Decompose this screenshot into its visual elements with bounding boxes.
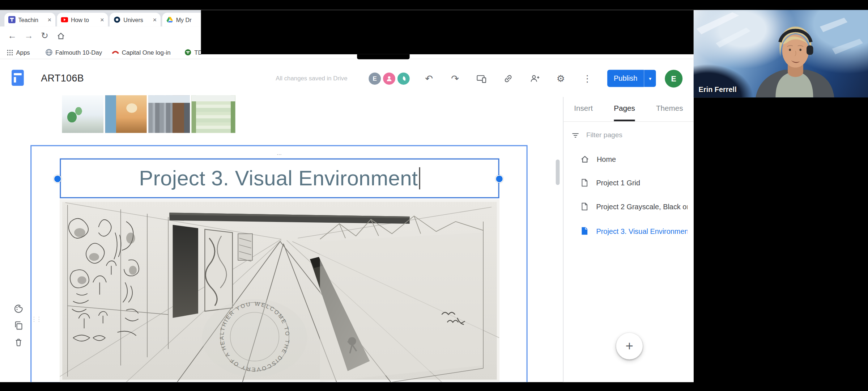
- text-cursor: [419, 167, 420, 189]
- bookmark-td[interactable]: TD: [184, 48, 203, 57]
- globe-icon: [46, 49, 53, 56]
- drive-tab-icon: [166, 16, 173, 23]
- screenshare-blackout-notch: [357, 54, 409, 59]
- page-icon: [580, 178, 589, 187]
- sites-editor-header: ART106B All changes saved in Drive E ↶ ↷…: [0, 59, 694, 97]
- image-thumbnail-interior[interactable]: [62, 95, 103, 133]
- duplicate-section-icon[interactable]: [12, 319, 25, 332]
- tab-themes[interactable]: Themes: [656, 97, 683, 121]
- browser-tab-3[interactable]: Univers ×: [110, 13, 161, 26]
- webcam-figure: [694, 10, 868, 98]
- forward-icon[interactable]: →: [24, 30, 33, 42]
- collaborator-avatar: [382, 71, 396, 86]
- filter-pages-input[interactable]: [585, 131, 671, 139]
- home-icon[interactable]: [56, 31, 65, 40]
- share-add-people-icon[interactable]: [527, 71, 542, 87]
- delete-section-icon[interactable]: [12, 335, 25, 348]
- settings-gear-icon[interactable]: ⚙: [553, 71, 569, 87]
- section-background-palette-icon[interactable]: [12, 302, 25, 315]
- section-drag-grip[interactable]: ⋮⋮: [31, 316, 41, 323]
- leaf-icon: [400, 75, 407, 82]
- bookmark-capitalone[interactable]: Capital One log-in: [112, 48, 170, 57]
- account-initial: E: [671, 74, 676, 83]
- tab-close-icon[interactable]: ×: [100, 16, 104, 23]
- person-icon: [386, 75, 392, 82]
- page-icon-selected: [580, 227, 589, 235]
- plus-icon: +: [626, 339, 633, 354]
- page-title-textbox[interactable]: Project 3. Visual Environment: [60, 158, 499, 198]
- screenshare-blackout: [201, 10, 694, 54]
- filter-icon: [571, 131, 580, 139]
- collaborator-avatar: E: [367, 71, 382, 86]
- image-thumbnail-store[interactable]: [192, 95, 235, 133]
- page-label: Project 1 Grid: [596, 178, 640, 187]
- tab-close-icon[interactable]: ×: [153, 16, 157, 23]
- device-preview-icon[interactable]: [474, 71, 489, 87]
- tab-title: Teachin: [18, 16, 45, 23]
- bookmark-label: Capital One log-in: [122, 49, 171, 55]
- site-title[interactable]: ART106B: [41, 59, 84, 97]
- td-bank-icon: [184, 49, 192, 56]
- tab-title: Univers: [123, 16, 150, 23]
- tab-close-icon[interactable]: ×: [48, 16, 52, 23]
- page-label: Home: [597, 155, 616, 163]
- page-label: Project 3. Visual Environment: [596, 227, 688, 235]
- screen: Teachin × How to × Univers × My Dr ← → ↻: [0, 0, 868, 391]
- save-status: All changes saved in Drive: [276, 75, 347, 81]
- university-tab-icon: [114, 16, 121, 23]
- undo-icon[interactable]: ↶: [421, 71, 437, 87]
- sidebar-tabs: Insert Pages Themes: [563, 97, 694, 122]
- more-options-icon[interactable]: ⋮: [580, 71, 595, 87]
- youtube-tab-icon: [61, 16, 68, 23]
- account-avatar[interactable]: E: [665, 70, 682, 88]
- page-label: Project 2 Grayscale, Black on...: [596, 202, 688, 211]
- textbox-drag-grip[interactable]: ⋯: [272, 152, 287, 157]
- sketch-image[interactable]: WELCOME TO THE DISCOVERY OF A HEALTHIER …: [60, 199, 499, 382]
- redo-icon[interactable]: ↷: [447, 71, 463, 87]
- copy-link-icon[interactable]: [501, 71, 516, 87]
- sidebar-item-project-2[interactable]: Project 2 Grayscale, Black on...: [563, 195, 694, 218]
- publish-dropdown-icon[interactable]: ▾: [644, 70, 656, 87]
- refresh-icon[interactable]: ↻: [41, 30, 48, 42]
- apps-grid-icon: [7, 49, 13, 55]
- browser-tab-2[interactable]: How to ×: [57, 13, 108, 26]
- resize-handle-right[interactable]: [495, 175, 503, 182]
- tab-insert[interactable]: Insert: [574, 97, 593, 121]
- pages-sidebar: Insert Pages Themes Home Project 1 Grid …: [563, 97, 694, 382]
- bookmark-label: Falmouth 10-Day: [55, 49, 102, 55]
- bookmark-label: Apps: [16, 49, 30, 55]
- google-sites-logo-icon: [12, 70, 24, 86]
- tab-pages[interactable]: Pages: [614, 97, 635, 121]
- tab-title: How to: [71, 16, 97, 23]
- sidebar-item-project-3[interactable]: Project 3. Visual Environment: [563, 219, 694, 243]
- capital-one-icon: [112, 49, 119, 56]
- bookmark-apps[interactable]: Apps: [7, 48, 30, 57]
- webcam-video: Erin Ferrell: [694, 10, 868, 98]
- sidebar-item-project-1[interactable]: Project 1 Grid: [563, 171, 694, 194]
- resize-handle-left[interactable]: [54, 175, 61, 182]
- page-title-text[interactable]: Project 3. Visual Environment: [139, 167, 418, 190]
- add-page-button[interactable]: +: [616, 333, 643, 359]
- participant-name-label: Erin Ferrell: [699, 85, 737, 94]
- back-icon[interactable]: ←: [8, 30, 16, 42]
- publish-button[interactable]: Publish: [607, 70, 644, 87]
- sidebar-item-home[interactable]: Home: [563, 147, 694, 171]
- filter-pages-row[interactable]: [571, 129, 671, 141]
- browser-window: Teachin × How to × Univers × My Dr ← → ↻: [0, 10, 694, 382]
- teams-tab-icon: [8, 16, 16, 23]
- image-thumbnail-city[interactable]: [148, 95, 190, 133]
- bookmark-falmouth[interactable]: Falmouth 10-Day: [46, 48, 102, 57]
- canvas-scrollbar[interactable]: [556, 160, 560, 185]
- browser-tab-1[interactable]: Teachin ×: [4, 13, 55, 26]
- image-thumbnail-room[interactable]: [105, 95, 147, 133]
- home-page-icon: [580, 154, 590, 164]
- collaborator-avatar: [396, 71, 411, 86]
- page-icon: [580, 202, 589, 211]
- collaborator-initial: E: [373, 75, 377, 82]
